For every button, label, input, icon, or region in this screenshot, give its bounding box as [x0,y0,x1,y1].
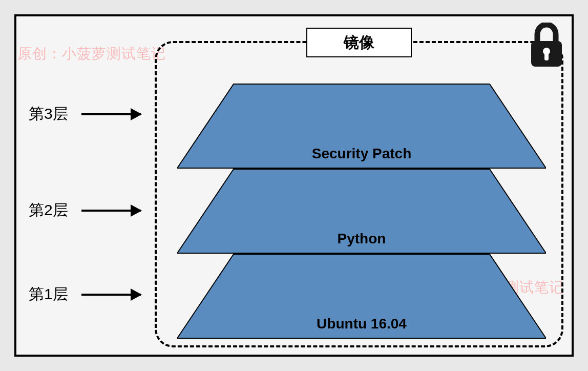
layer-label-3: 第3层 [29,104,141,125]
arrow-icon [81,113,141,115]
arrow-icon [81,294,141,296]
layer-label-text-2: 第2层 [29,200,68,221]
lock-icon [526,23,568,69]
layer-label-2: 第2层 [29,200,141,221]
layer-label-text-1: 第1层 [29,284,68,305]
layers-stack: Security Patch Python Ubuntu 16.04 [177,83,546,338]
image-container: 镜像 Security Patch Pyth [155,41,563,347]
layer-label-text-3: 第3层 [29,104,68,125]
container-title: 镜像 [306,28,412,57]
watermark-top: 原创：小菠萝测试笔记 [17,44,166,64]
layer-1-ubuntu: Ubuntu 16.04 [177,253,546,339]
layer-1-text: Ubuntu 16.04 [177,316,546,332]
outer-frame: 原创：小菠萝测试笔记 原创：小菠萝测试笔记 第3层 第2层 第1层 镜像 [14,14,574,357]
svg-rect-2 [544,52,549,60]
layer-label-1: 第1层 [29,284,141,305]
layer-2-text: Python [177,231,546,247]
layer-2-python: Python [177,168,546,254]
arrow-icon [81,210,141,212]
layer-3-security-patch: Security Patch [177,83,546,169]
layer-3-text: Security Patch [177,146,546,162]
